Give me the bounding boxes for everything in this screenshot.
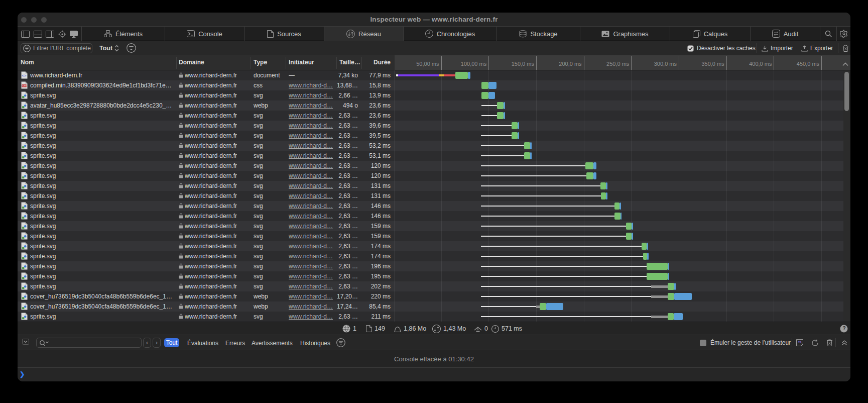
svg-text:JS: JS [798, 341, 801, 344]
svg-text:<>: <> [22, 73, 27, 78]
svg-text:css: css [23, 84, 27, 87]
svg-text:?: ? [842, 326, 845, 331]
